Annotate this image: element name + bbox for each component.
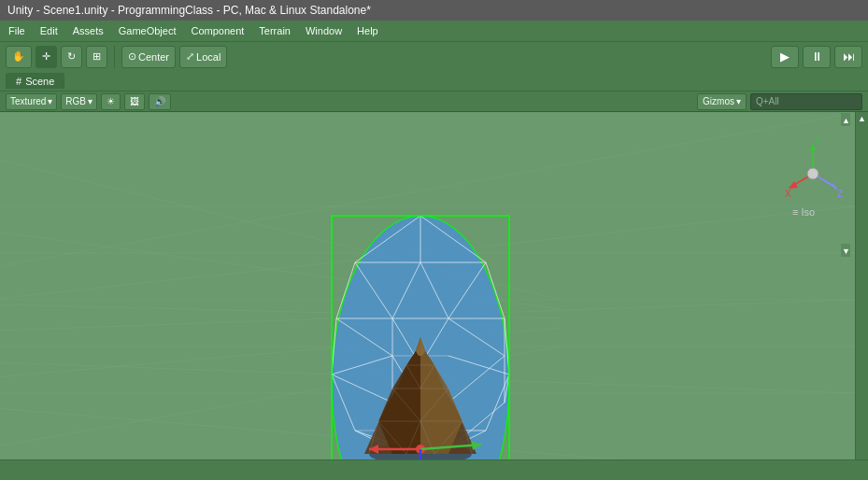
rgb-dropdown[interactable]: RGB ▾: [61, 93, 97, 110]
gizmos-arrow-icon: ▾: [736, 96, 741, 106]
pause-button[interactable]: ⏸: [803, 46, 831, 68]
menu-window[interactable]: Window: [301, 23, 347, 38]
gizmos-button[interactable]: Gizmos ▾: [697, 93, 747, 110]
title-text: Unity - Scene1.unity - ProgrammingClass …: [7, 4, 371, 17]
statusbar: [0, 459, 868, 480]
svg-text:X: X: [785, 189, 791, 199]
scene-view[interactable]: Y X Z ≡ Iso ▲ ▼: [0, 112, 855, 480]
menu-file[interactable]: File: [4, 23, 30, 38]
toolbar-separator: [114, 46, 115, 68]
tabbar: # Scene: [0, 71, 868, 92]
menu-gameobject[interactable]: GameObject: [114, 23, 181, 38]
tab-scene-label: Scene: [25, 76, 54, 87]
rotate-tool-button[interactable]: ↻: [61, 46, 82, 68]
center-button[interactable]: ⊙ Center: [121, 46, 176, 68]
scene-toolbar: Textured ▾ RGB ▾ ☀ 🖼 🔊 Gizmos ▾: [0, 92, 868, 112]
scroll-up-arrow[interactable]: ▲: [858, 112, 866, 123]
menu-help[interactable]: Help: [352, 23, 383, 38]
menu-edit[interactable]: Edit: [36, 23, 63, 38]
menubar: File Edit Assets GameObject Component Te…: [0, 21, 868, 41]
image-button[interactable]: 🖼: [124, 93, 145, 110]
textured-arrow-icon: ▾: [48, 96, 52, 106]
local-icon: ⤢: [186, 50, 194, 63]
svg-text:▼: ▼: [842, 247, 850, 256]
audio-icon: 🔊: [154, 96, 165, 106]
center-icon: ⊙: [128, 50, 136, 63]
svg-text:Y: Y: [815, 137, 821, 148]
svg-point-105: [807, 168, 818, 179]
sun-icon: ☀: [107, 96, 115, 106]
step-button[interactable]: ⏭: [834, 46, 862, 68]
scale-tool-button[interactable]: ⊞: [86, 46, 107, 68]
menu-assets[interactable]: Assets: [68, 23, 108, 38]
tab-scene-icon: #: [16, 76, 21, 87]
play-button[interactable]: ▶: [771, 46, 799, 68]
textured-label: Textured: [10, 96, 46, 106]
hand-tool-button[interactable]: ✋: [6, 46, 32, 68]
textured-dropdown[interactable]: Textured ▾: [6, 93, 57, 110]
toolbar: ✋ ✛ ↻ ⊞ ⊙ Center ⤢ Local ▶ ⏸ ⏭: [0, 41, 868, 71]
move-tool-button[interactable]: ✛: [36, 46, 57, 68]
sun-button[interactable]: ☀: [101, 93, 121, 110]
gizmos-label: Gizmos: [703, 96, 734, 106]
image-icon: 🖼: [130, 96, 139, 106]
svg-text:Z: Z: [837, 189, 843, 199]
rgb-arrow-icon: ▾: [88, 96, 92, 106]
main-content: Y X Z ≡ Iso ▲ ▼: [0, 112, 868, 480]
rgb-label: RGB: [65, 96, 86, 106]
right-panel: ▲ ▼: [855, 112, 868, 480]
audio-button[interactable]: 🔊: [149, 93, 171, 110]
local-button[interactable]: ⤢ Local: [179, 46, 227, 68]
svg-text:▲: ▲: [842, 116, 850, 125]
menu-component[interactable]: Component: [186, 23, 249, 38]
center-label: Center: [138, 51, 169, 63]
tab-scene[interactable]: # Scene: [6, 73, 64, 89]
playback-controls: ▶ ⏸ ⏭: [771, 46, 862, 68]
local-label: Local: [196, 51, 221, 63]
titlebar: Unity - Scene1.unity - ProgrammingClass …: [0, 0, 868, 21]
scene-svg: Y X Z ≡ Iso ▲ ▼: [0, 112, 855, 480]
svg-text:≡ Iso: ≡ Iso: [792, 206, 815, 218]
scene-search-input[interactable]: [750, 93, 862, 110]
menu-terrain[interactable]: Terrain: [254, 23, 295, 38]
